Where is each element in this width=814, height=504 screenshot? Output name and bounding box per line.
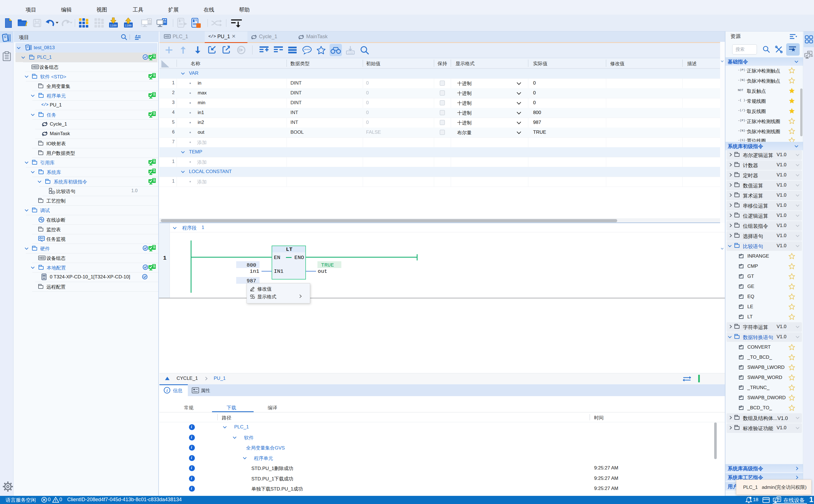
svg-text:1100: 1100: [348, 52, 353, 54]
svg-text:1100: 1100: [110, 24, 117, 27]
svg-text:1100: 1100: [125, 24, 131, 27]
svg-text:i: i: [166, 388, 168, 393]
